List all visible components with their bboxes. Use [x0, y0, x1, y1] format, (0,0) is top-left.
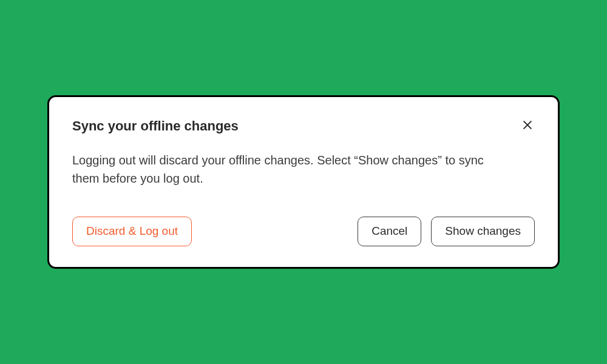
close-icon	[521, 119, 534, 133]
dialog-header: Sync your offline changes	[72, 118, 535, 135]
sync-changes-dialog: Sync your offline changes Logging out wi…	[47, 95, 560, 268]
cancel-button[interactable]: Cancel	[358, 217, 421, 246]
discard-logout-button[interactable]: Discard & Log out	[72, 217, 192, 246]
dialog-footer: Discard & Log out Cancel Show changes	[72, 217, 535, 246]
close-button[interactable]	[520, 118, 535, 134]
dialog-title: Sync your offline changes	[72, 118, 239, 135]
footer-right-group: Cancel Show changes	[358, 217, 535, 246]
show-changes-button[interactable]: Show changes	[431, 217, 535, 246]
dialog-body-text: Logging out will discard your offline ch…	[72, 151, 509, 187]
